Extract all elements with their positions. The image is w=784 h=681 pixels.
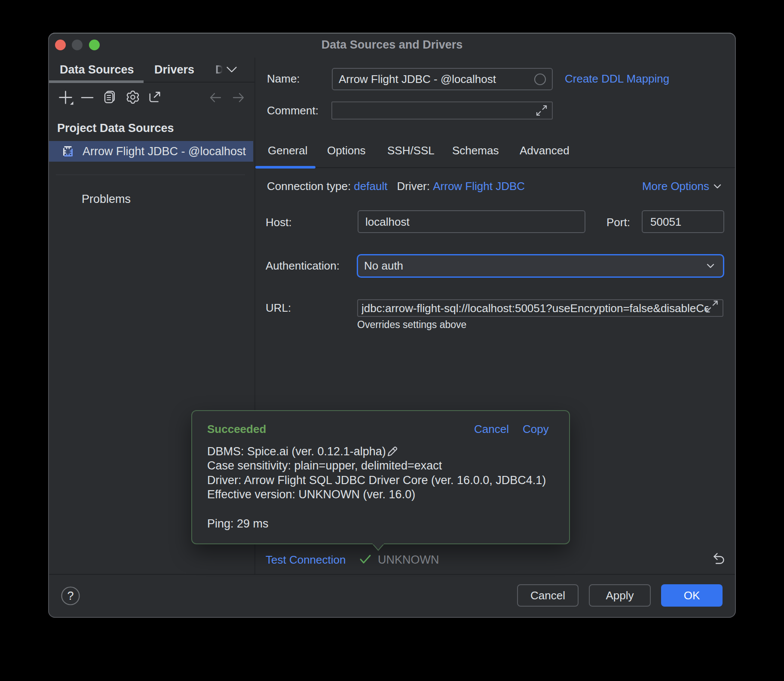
svg-text:?: ? xyxy=(67,589,74,602)
